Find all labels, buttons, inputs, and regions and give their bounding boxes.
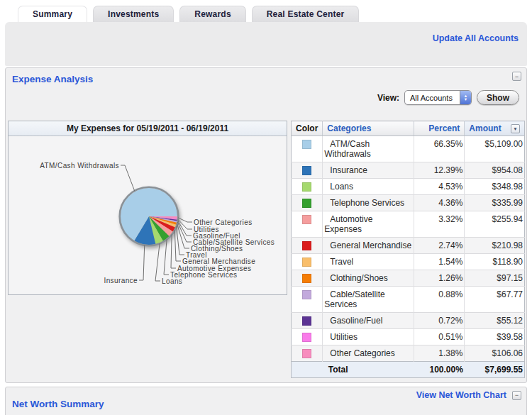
collapse-expense-button[interactable]: − <box>512 72 521 81</box>
color-swatch <box>302 349 311 358</box>
amount-cell: $67.77 <box>465 287 525 313</box>
pie-chart-svg: Other CategoriesUtilitiesGasoline/FuelCa… <box>9 136 287 294</box>
select-stepper-icon: ▲ ▼ <box>460 91 471 104</box>
percent-cell: 4.53% <box>414 179 464 195</box>
show-button[interactable]: Show <box>477 90 519 105</box>
pie-chart-title: My Expenses for 05/19/2011 - 06/19/2011 <box>9 121 287 136</box>
color-swatch <box>302 215 311 224</box>
net-worth-title: Net Worth Summary <box>12 399 104 409</box>
tab-bar: SummaryInvestmentsRewardsReal Estate Cen… <box>18 6 359 22</box>
pie-callout-line <box>121 165 135 191</box>
table-row-general-merchandise: General Merchandise2.74%$210.98 <box>292 238 525 254</box>
view-label: View: <box>377 93 399 103</box>
expense-table-wrap: Color Categories Percent Amount ▼ ATM/Ca… <box>291 121 525 378</box>
percent-cell: 0.72% <box>414 313 464 329</box>
expense-analysis-panel: Expense Analysis − View: All Accounts ▲ … <box>5 67 527 383</box>
stepper-down-icon: ▼ <box>464 98 467 101</box>
amount-cell: $39.58 <box>465 329 525 345</box>
category-cell: Other Categories <box>323 345 414 362</box>
category-cell: Clothing/Shoes <box>323 270 414 287</box>
table-row-cable-satellite-services: Cable/Satellite Services0.88%$67.77 <box>292 287 525 313</box>
color-swatch <box>302 166 311 175</box>
col-header-percent[interactable]: Percent <box>414 121 464 136</box>
color-swatch <box>302 274 311 283</box>
sort-dropdown-icon[interactable]: ▼ <box>511 124 520 133</box>
amount-cell: $55.12 <box>465 313 525 329</box>
table-row-gasoline-fuel: Gasoline/Fuel0.72%$55.12 <box>292 313 525 329</box>
table-header-row: Color Categories Percent Amount ▼ <box>292 121 525 136</box>
view-controls: View: All Accounts ▲ ▼ Show <box>377 90 519 105</box>
category-cell: Cable/Satellite Services <box>323 287 414 313</box>
category-cell: Gasoline/Fuel <box>323 313 414 329</box>
amount-header-label: Amount <box>469 123 501 133</box>
amount-cell: $5,109.00 <box>465 136 525 162</box>
view-accounts-select[interactable]: All Accounts ▲ ▼ <box>404 90 472 105</box>
color-swatch <box>302 241 311 250</box>
percent-cell: 0.88% <box>414 287 464 313</box>
col-header-amount[interactable]: Amount ▼ <box>465 121 525 136</box>
table-row-telephone-services: Telephone Services4.36%$335.99 <box>292 195 525 211</box>
total-amount: $7,699.55 <box>465 362 525 378</box>
category-cell: General Merchandise <box>323 238 414 254</box>
table-row-utilities: Utilities0.51%$39.58 <box>292 329 525 345</box>
minus-icon: − <box>515 392 519 399</box>
table-row-insurance: Insurance12.39%$954.08 <box>292 162 525 179</box>
total-row: Total 100.00% $7,699.55 <box>292 362 525 378</box>
page: SummaryInvestmentsRewardsReal Estate Cen… <box>0 0 532 415</box>
amount-cell: $335.99 <box>465 195 525 211</box>
color-swatch <box>302 316 311 326</box>
tab-summary[interactable]: Summary <box>18 6 87 22</box>
selected-account-value: All Accounts <box>405 94 460 102</box>
percent-cell: 4.36% <box>414 195 464 211</box>
category-cell: Utilities <box>323 329 414 345</box>
pie-chart: Other CategoriesUtilitiesGasoline/FuelCa… <box>9 136 287 294</box>
pie-callout-line <box>139 245 145 281</box>
pie-callout-line <box>155 243 160 281</box>
table-row-clothing-shoes: Clothing/Shoes1.26%$97.15 <box>292 270 525 287</box>
amount-cell: $97.15 <box>465 270 525 287</box>
col-header-categories[interactable]: Categories <box>323 121 414 136</box>
category-cell: Loans <box>323 179 414 195</box>
collapse-networth-button[interactable]: − <box>512 391 521 400</box>
tab-investments[interactable]: Investments <box>93 6 174 22</box>
percent-cell: 2.74% <box>414 238 464 254</box>
percent-cell: 12.39% <box>414 162 464 179</box>
category-cell: Automotive Expenses <box>323 211 414 238</box>
total-percent: 100.00% <box>414 362 464 378</box>
tab-rewards[interactable]: Rewards <box>179 6 245 22</box>
view-net-worth-chart-link[interactable]: View Net Worth Chart <box>416 390 506 400</box>
table-row-other-categories: Other Categories1.38%$106.06 <box>292 345 525 362</box>
amount-cell: $106.06 <box>465 345 525 362</box>
percent-cell: 66.35% <box>414 136 464 162</box>
expense-pie-chart-box: My Expenses for 05/19/2011 - 06/19/2011 … <box>8 121 287 295</box>
amount-cell: $954.08 <box>465 162 525 179</box>
pie-label-atm-cash-withdrawals: ATM/Cash Withdrawals <box>40 162 119 170</box>
category-cell: Telephone Services <box>323 195 414 211</box>
amount-cell: $118.90 <box>465 254 525 270</box>
color-swatch <box>302 140 311 149</box>
update-all-accounts-link[interactable]: Update All Accounts <box>433 33 519 43</box>
color-swatch <box>302 258 311 267</box>
percent-cell: 1.26% <box>414 270 464 287</box>
amount-cell: $210.98 <box>465 238 525 254</box>
account-summary-bar: Update All Accounts <box>5 22 527 66</box>
tab-real-estate-center[interactable]: Real Estate Center <box>252 6 360 22</box>
pie-label-loans: Loans <box>162 277 182 285</box>
color-swatch <box>302 199 311 208</box>
category-cell: Travel <box>323 254 414 270</box>
expense-analysis-title: Expense Analysis <box>12 74 93 84</box>
percent-cell: 3.32% <box>414 211 464 238</box>
percent-cell: 1.38% <box>414 345 464 362</box>
total-label: Total <box>323 362 414 378</box>
table-row-atm-cash-withdrawals: ATM/Cash Withdrawals66.35%$5,109.00 <box>292 136 525 162</box>
amount-cell: $255.94 <box>465 211 525 238</box>
minus-icon: − <box>515 73 519 80</box>
category-cell: Insurance <box>323 162 414 179</box>
net-worth-panel: View Net Worth Chart − Net Worth Summary <box>5 387 527 415</box>
percent-cell: 1.54% <box>414 254 464 270</box>
percent-cell: 0.51% <box>414 329 464 345</box>
category-cell: ATM/Cash Withdrawals <box>323 136 414 162</box>
table-row-automotive-expenses: Automotive Expenses3.32%$255.94 <box>292 211 525 238</box>
col-header-color: Color <box>292 121 323 136</box>
color-swatch <box>302 333 311 342</box>
